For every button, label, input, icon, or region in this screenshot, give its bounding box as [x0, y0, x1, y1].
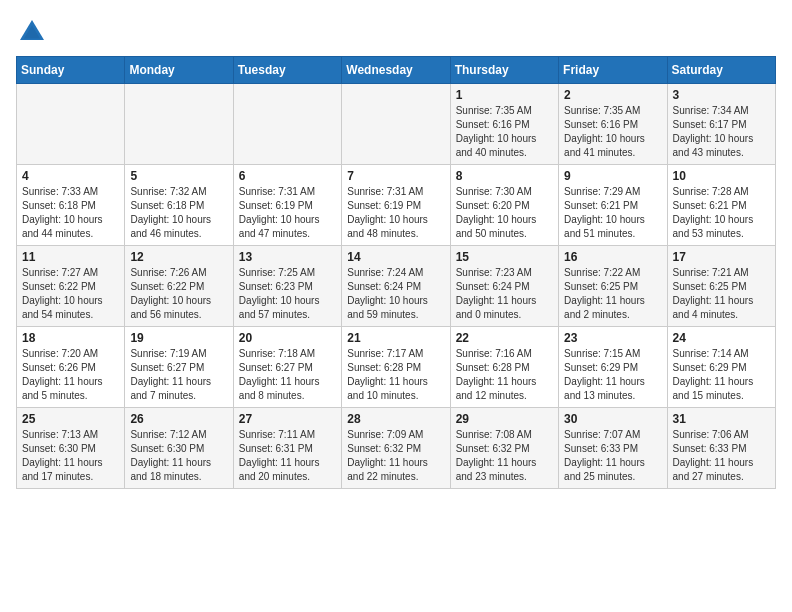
column-header-thursday: Thursday — [450, 57, 558, 84]
calendar-week-row: 1Sunrise: 7:35 AM Sunset: 6:16 PM Daylig… — [17, 84, 776, 165]
calendar-day-cell: 15Sunrise: 7:23 AM Sunset: 6:24 PM Dayli… — [450, 246, 558, 327]
day-info: Sunrise: 7:23 AM Sunset: 6:24 PM Dayligh… — [456, 266, 553, 322]
day-info: Sunrise: 7:07 AM Sunset: 6:33 PM Dayligh… — [564, 428, 661, 484]
calendar-week-row: 18Sunrise: 7:20 AM Sunset: 6:26 PM Dayli… — [17, 327, 776, 408]
calendar-day-cell: 1Sunrise: 7:35 AM Sunset: 6:16 PM Daylig… — [450, 84, 558, 165]
column-header-monday: Monday — [125, 57, 233, 84]
calendar-day-cell: 27Sunrise: 7:11 AM Sunset: 6:31 PM Dayli… — [233, 408, 341, 489]
calendar-day-cell: 2Sunrise: 7:35 AM Sunset: 6:16 PM Daylig… — [559, 84, 667, 165]
column-header-friday: Friday — [559, 57, 667, 84]
calendar-day-cell — [125, 84, 233, 165]
day-number: 12 — [130, 250, 227, 264]
day-info: Sunrise: 7:20 AM Sunset: 6:26 PM Dayligh… — [22, 347, 119, 403]
calendar-day-cell: 28Sunrise: 7:09 AM Sunset: 6:32 PM Dayli… — [342, 408, 450, 489]
calendar-day-cell: 25Sunrise: 7:13 AM Sunset: 6:30 PM Dayli… — [17, 408, 125, 489]
day-info: Sunrise: 7:22 AM Sunset: 6:25 PM Dayligh… — [564, 266, 661, 322]
calendar-day-cell: 19Sunrise: 7:19 AM Sunset: 6:27 PM Dayli… — [125, 327, 233, 408]
calendar-day-cell: 8Sunrise: 7:30 AM Sunset: 6:20 PM Daylig… — [450, 165, 558, 246]
column-header-wednesday: Wednesday — [342, 57, 450, 84]
day-info: Sunrise: 7:13 AM Sunset: 6:30 PM Dayligh… — [22, 428, 119, 484]
calendar-day-cell: 13Sunrise: 7:25 AM Sunset: 6:23 PM Dayli… — [233, 246, 341, 327]
calendar-day-cell: 14Sunrise: 7:24 AM Sunset: 6:24 PM Dayli… — [342, 246, 450, 327]
day-info: Sunrise: 7:25 AM Sunset: 6:23 PM Dayligh… — [239, 266, 336, 322]
day-info: Sunrise: 7:31 AM Sunset: 6:19 PM Dayligh… — [239, 185, 336, 241]
day-info: Sunrise: 7:28 AM Sunset: 6:21 PM Dayligh… — [673, 185, 770, 241]
day-info: Sunrise: 7:06 AM Sunset: 6:33 PM Dayligh… — [673, 428, 770, 484]
calendar-day-cell: 31Sunrise: 7:06 AM Sunset: 6:33 PM Dayli… — [667, 408, 775, 489]
day-info: Sunrise: 7:31 AM Sunset: 6:19 PM Dayligh… — [347, 185, 444, 241]
day-number: 4 — [22, 169, 119, 183]
day-info: Sunrise: 7:32 AM Sunset: 6:18 PM Dayligh… — [130, 185, 227, 241]
day-info: Sunrise: 7:24 AM Sunset: 6:24 PM Dayligh… — [347, 266, 444, 322]
day-info: Sunrise: 7:34 AM Sunset: 6:17 PM Dayligh… — [673, 104, 770, 160]
calendar-day-cell: 29Sunrise: 7:08 AM Sunset: 6:32 PM Dayli… — [450, 408, 558, 489]
day-number: 7 — [347, 169, 444, 183]
day-info: Sunrise: 7:27 AM Sunset: 6:22 PM Dayligh… — [22, 266, 119, 322]
day-info: Sunrise: 7:35 AM Sunset: 6:16 PM Dayligh… — [456, 104, 553, 160]
calendar-day-cell: 9Sunrise: 7:29 AM Sunset: 6:21 PM Daylig… — [559, 165, 667, 246]
day-number: 20 — [239, 331, 336, 345]
day-info: Sunrise: 7:15 AM Sunset: 6:29 PM Dayligh… — [564, 347, 661, 403]
calendar-day-cell: 23Sunrise: 7:15 AM Sunset: 6:29 PM Dayli… — [559, 327, 667, 408]
day-number: 14 — [347, 250, 444, 264]
day-number: 22 — [456, 331, 553, 345]
calendar-day-cell: 16Sunrise: 7:22 AM Sunset: 6:25 PM Dayli… — [559, 246, 667, 327]
calendar-table: SundayMondayTuesdayWednesdayThursdayFrid… — [16, 56, 776, 489]
calendar-day-cell: 5Sunrise: 7:32 AM Sunset: 6:18 PM Daylig… — [125, 165, 233, 246]
calendar-header-row: SundayMondayTuesdayWednesdayThursdayFrid… — [17, 57, 776, 84]
calendar-day-cell: 10Sunrise: 7:28 AM Sunset: 6:21 PM Dayli… — [667, 165, 775, 246]
column-header-tuesday: Tuesday — [233, 57, 341, 84]
calendar-week-row: 11Sunrise: 7:27 AM Sunset: 6:22 PM Dayli… — [17, 246, 776, 327]
day-number: 1 — [456, 88, 553, 102]
day-number: 17 — [673, 250, 770, 264]
calendar-day-cell: 12Sunrise: 7:26 AM Sunset: 6:22 PM Dayli… — [125, 246, 233, 327]
day-number: 6 — [239, 169, 336, 183]
day-info: Sunrise: 7:11 AM Sunset: 6:31 PM Dayligh… — [239, 428, 336, 484]
day-number: 28 — [347, 412, 444, 426]
calendar-day-cell: 17Sunrise: 7:21 AM Sunset: 6:25 PM Dayli… — [667, 246, 775, 327]
column-header-saturday: Saturday — [667, 57, 775, 84]
calendar-day-cell — [17, 84, 125, 165]
day-number: 29 — [456, 412, 553, 426]
day-info: Sunrise: 7:18 AM Sunset: 6:27 PM Dayligh… — [239, 347, 336, 403]
day-number: 10 — [673, 169, 770, 183]
calendar-day-cell: 26Sunrise: 7:12 AM Sunset: 6:30 PM Dayli… — [125, 408, 233, 489]
logo-icon — [16, 16, 48, 48]
day-number: 23 — [564, 331, 661, 345]
calendar-day-cell: 7Sunrise: 7:31 AM Sunset: 6:19 PM Daylig… — [342, 165, 450, 246]
calendar-day-cell: 30Sunrise: 7:07 AM Sunset: 6:33 PM Dayli… — [559, 408, 667, 489]
day-number: 13 — [239, 250, 336, 264]
calendar-week-row: 25Sunrise: 7:13 AM Sunset: 6:30 PM Dayli… — [17, 408, 776, 489]
day-info: Sunrise: 7:08 AM Sunset: 6:32 PM Dayligh… — [456, 428, 553, 484]
calendar-day-cell: 20Sunrise: 7:18 AM Sunset: 6:27 PM Dayli… — [233, 327, 341, 408]
day-number: 3 — [673, 88, 770, 102]
calendar-week-row: 4Sunrise: 7:33 AM Sunset: 6:18 PM Daylig… — [17, 165, 776, 246]
calendar-day-cell: 11Sunrise: 7:27 AM Sunset: 6:22 PM Dayli… — [17, 246, 125, 327]
day-number: 2 — [564, 88, 661, 102]
column-header-sunday: Sunday — [17, 57, 125, 84]
day-number: 5 — [130, 169, 227, 183]
day-info: Sunrise: 7:29 AM Sunset: 6:21 PM Dayligh… — [564, 185, 661, 241]
day-number: 9 — [564, 169, 661, 183]
day-info: Sunrise: 7:14 AM Sunset: 6:29 PM Dayligh… — [673, 347, 770, 403]
day-info: Sunrise: 7:19 AM Sunset: 6:27 PM Dayligh… — [130, 347, 227, 403]
day-number: 25 — [22, 412, 119, 426]
calendar-day-cell: 22Sunrise: 7:16 AM Sunset: 6:28 PM Dayli… — [450, 327, 558, 408]
day-number: 24 — [673, 331, 770, 345]
day-number: 18 — [22, 331, 119, 345]
day-number: 8 — [456, 169, 553, 183]
day-info: Sunrise: 7:21 AM Sunset: 6:25 PM Dayligh… — [673, 266, 770, 322]
day-info: Sunrise: 7:26 AM Sunset: 6:22 PM Dayligh… — [130, 266, 227, 322]
day-number: 30 — [564, 412, 661, 426]
calendar-day-cell: 21Sunrise: 7:17 AM Sunset: 6:28 PM Dayli… — [342, 327, 450, 408]
page-header — [16, 16, 776, 48]
day-info: Sunrise: 7:30 AM Sunset: 6:20 PM Dayligh… — [456, 185, 553, 241]
day-number: 11 — [22, 250, 119, 264]
day-number: 26 — [130, 412, 227, 426]
calendar-day-cell: 18Sunrise: 7:20 AM Sunset: 6:26 PM Dayli… — [17, 327, 125, 408]
logo — [16, 16, 52, 48]
day-info: Sunrise: 7:17 AM Sunset: 6:28 PM Dayligh… — [347, 347, 444, 403]
day-number: 27 — [239, 412, 336, 426]
calendar-day-cell — [342, 84, 450, 165]
calendar-day-cell: 3Sunrise: 7:34 AM Sunset: 6:17 PM Daylig… — [667, 84, 775, 165]
